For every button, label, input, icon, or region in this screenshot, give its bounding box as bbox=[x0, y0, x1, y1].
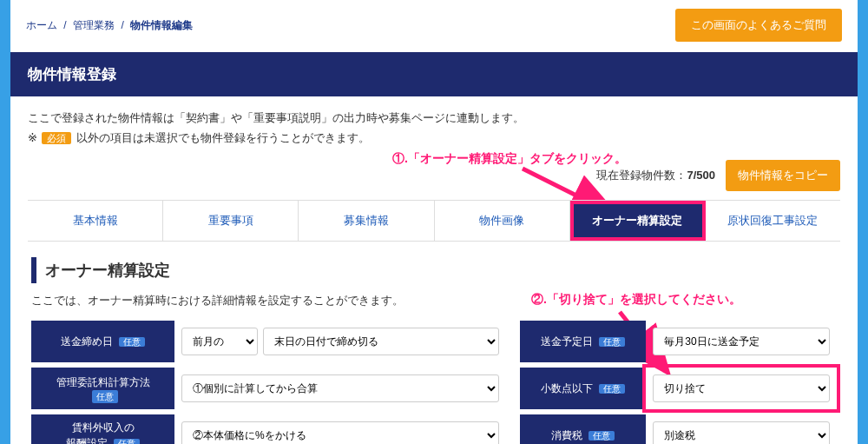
required-badge: 必須 bbox=[42, 132, 71, 144]
tab-restoration[interactable]: 原状回復工事設定 bbox=[706, 201, 840, 241]
select-extra-income[interactable]: ②本体価格に%をかける bbox=[181, 421, 499, 444]
tab-important[interactable]: 重要事項 bbox=[163, 201, 299, 241]
select-month[interactable]: 前月の bbox=[181, 328, 258, 355]
faq-button[interactable]: この画面のよくあるご質問 bbox=[675, 9, 842, 42]
breadcrumb-home[interactable]: ホーム bbox=[26, 19, 57, 31]
breadcrumb: ホーム / 管理業務 / 物件情報編集 bbox=[26, 18, 193, 33]
label-extra-income: 賃料外収入の報酬設定 任意 bbox=[31, 414, 174, 444]
tabs: 基本情報 重要事項 募集情報 物件画像 オーナー精算設定 原状回復工事設定 bbox=[28, 200, 840, 242]
section-bar bbox=[31, 257, 36, 283]
tab-owner-settlement[interactable]: オーナー精算設定 bbox=[570, 201, 706, 241]
label-remit-deadline: 送金締め日 任意 bbox=[31, 321, 174, 362]
select-calc-method[interactable]: ①個別に計算してから合算 bbox=[181, 374, 499, 402]
section-title: オーナー精算設定 bbox=[45, 260, 170, 281]
section-desc: ここでは、オーナー精算時における詳細情報を設定することができます。 bbox=[31, 295, 404, 307]
count-label: 現在登録物件数：7/500 bbox=[596, 168, 715, 183]
tab-basic[interactable]: 基本情報 bbox=[28, 201, 163, 241]
tab-recruit[interactable]: 募集情報 bbox=[299, 201, 434, 241]
form-left: 送金締め日 任意 前月の 末日の日付で締め切る 管理委託料計算方法任意 ①個別に… bbox=[31, 321, 506, 444]
description: ここで登録された物件情報は「契約書」や「重要事項説明」の出力時や募集ページに連動… bbox=[10, 96, 858, 155]
breadcrumb-mgmt[interactable]: 管理業務 bbox=[73, 19, 115, 31]
select-tax[interactable]: 別途税 bbox=[653, 421, 830, 444]
select-remit-date[interactable]: 毎月30日に送金予定 bbox=[653, 328, 830, 355]
desc-line1: ここで登録された物件情報は「契約書」や「重要事項説明」の出力時や募集ページに連動… bbox=[28, 109, 840, 129]
label-remit-date: 送金予定日 任意 bbox=[520, 321, 646, 362]
label-tax: 消費税 任意 bbox=[520, 414, 646, 444]
select-deadline-day[interactable]: 末日の日付で締め切る bbox=[263, 328, 499, 355]
copy-button[interactable]: 物件情報をコピー bbox=[726, 160, 840, 191]
breadcrumb-current: 物件情報編集 bbox=[130, 19, 193, 31]
label-decimal: 小数点以下 任意 bbox=[520, 368, 646, 409]
select-decimal[interactable]: 切り捨て bbox=[653, 374, 830, 402]
page-title: 物件情報登録 bbox=[10, 52, 858, 96]
form-right: 送金予定日 任意 毎月30日に送金予定 小数点以下 任意 切り捨て bbox=[520, 321, 837, 444]
annotation-2: ②.「切り捨て」を選択してください。 bbox=[531, 292, 741, 308]
breadcrumb-row: ホーム / 管理業務 / 物件情報編集 この画面のよくあるご質問 bbox=[10, 0, 858, 52]
tab-image[interactable]: 物件画像 bbox=[435, 201, 570, 241]
annotation-1: ①.「オーナー精算設定」タブをクリック。 bbox=[392, 151, 627, 167]
label-calc-method: 管理委託料計算方法任意 bbox=[31, 368, 174, 409]
